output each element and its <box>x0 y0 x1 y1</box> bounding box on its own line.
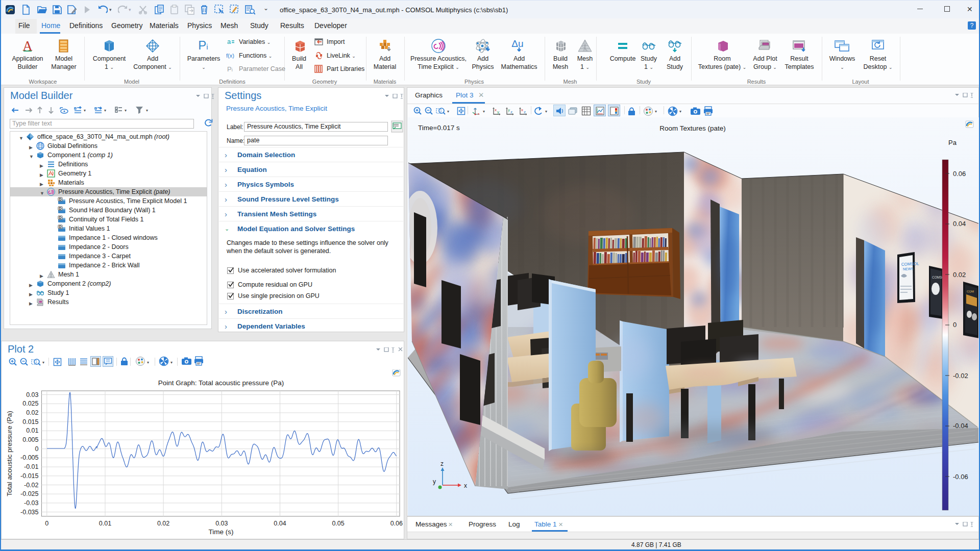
svg-text:-0.03: -0.03 <box>24 499 39 507</box>
svg-text:Δu: Δu <box>511 38 523 49</box>
svg-text:0.015: 0.015 <box>22 418 38 425</box>
svg-text:0.04: 0.04 <box>953 220 966 228</box>
svg-text:0.005: 0.005 <box>22 436 38 443</box>
svg-text:0.06: 0.06 <box>953 170 966 178</box>
svg-text:z: z <box>524 110 526 114</box>
svg-text:-0.02: -0.02 <box>953 372 968 380</box>
svg-text:D: D <box>59 216 62 219</box>
svg-text:x: x <box>464 482 467 489</box>
svg-text:a: a <box>227 38 231 45</box>
svg-text:0.025: 0.025 <box>22 400 38 407</box>
svg-text:-0.005: -0.005 <box>20 454 38 461</box>
svg-text:0.02: 0.02 <box>26 409 38 416</box>
svg-text:f(x): f(x) <box>226 53 234 59</box>
svg-text:0: 0 <box>45 520 48 527</box>
svg-text:COM: COM <box>967 290 974 293</box>
svg-text:0.02: 0.02 <box>953 271 966 279</box>
svg-text:-0.025: -0.025 <box>20 490 38 497</box>
svg-text:Point Graph: Total acoustic pr: Point Graph: Total acoustic pressure (Pa… <box>158 379 284 387</box>
svg-text:-0.02: -0.02 <box>24 482 39 489</box>
svg-text:Time=0.017 s: Time=0.017 s <box>418 124 460 132</box>
svg-text:z: z <box>440 460 444 467</box>
svg-text:D: D <box>59 197 62 201</box>
svg-text:Pi: Pi <box>198 38 208 52</box>
svg-text:0: 0 <box>35 445 39 453</box>
svg-text:0.06: 0.06 <box>390 520 403 527</box>
svg-text:0.04: 0.04 <box>274 520 286 527</box>
svg-text:0: 0 <box>953 321 957 329</box>
svg-text:-0.06: -0.06 <box>953 473 968 481</box>
svg-text:y: y <box>508 108 510 112</box>
svg-text:Pi: Pi <box>227 65 233 73</box>
svg-text:Pa: Pa <box>948 139 957 146</box>
svg-text:0.01: 0.01 <box>26 427 38 434</box>
svg-text:z: z <box>510 110 512 114</box>
svg-text:0.03: 0.03 <box>26 391 38 398</box>
svg-text:COMSOL: COMSOL <box>901 261 920 267</box>
svg-text:Room Textures (pate): Room Textures (pate) <box>659 124 726 132</box>
svg-text:Total acoustic pressure (Pa): Total acoustic pressure (Pa) <box>6 411 13 496</box>
svg-text:D: D <box>59 207 62 210</box>
svg-text:0.01: 0.01 <box>99 520 111 527</box>
svg-text:D: D <box>59 225 62 229</box>
svg-text:y: y <box>433 478 436 485</box>
svg-text:x: x <box>495 108 497 112</box>
svg-text:-0.04: -0.04 <box>953 422 968 430</box>
svg-text:y: y <box>497 110 499 114</box>
svg-text:0.03: 0.03 <box>215 520 228 527</box>
svg-text:-0.035: -0.035 <box>20 509 38 516</box>
svg-text:Time (s): Time (s) <box>209 528 234 536</box>
svg-text:-0.01: -0.01 <box>24 463 39 470</box>
svg-text:0.02: 0.02 <box>157 520 169 527</box>
svg-text:0.05: 0.05 <box>332 520 344 527</box>
svg-text:-0.015: -0.015 <box>20 472 38 480</box>
svg-text:NEWS: NEWS <box>903 267 914 271</box>
svg-text:x: x <box>521 108 523 112</box>
